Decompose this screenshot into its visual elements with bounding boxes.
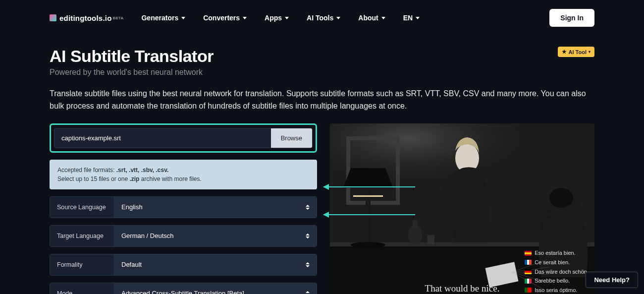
svg-point-14 — [549, 188, 573, 208]
help-button[interactable]: Need Help? — [586, 272, 638, 288]
flag-it-icon — [525, 279, 532, 284]
sort-icon — [306, 291, 310, 294]
page-subtitle: Powered by the world's best neural netwo… — [50, 68, 214, 77]
target-language-select[interactable]: German / Deutsch — [114, 226, 317, 246]
source-language-select[interactable]: English — [114, 197, 317, 218]
chevron-down-icon: ▾ — [589, 50, 590, 54]
description-text: Translate subtitle files using the best … — [50, 88, 594, 113]
logo[interactable]: editingtools.io BETA — [50, 14, 123, 22]
file-upload-area: Browse — [50, 123, 317, 153]
translations-overlay: Eso estaría bien. Ce serait bien. Das wä… — [525, 248, 589, 294]
sort-icon — [306, 262, 310, 267]
source-language-label: Source Language — [50, 197, 114, 218]
nav-aitools[interactable]: AI Tools — [307, 14, 340, 22]
file-input[interactable] — [54, 128, 271, 148]
arrow-annotation — [323, 214, 415, 215]
nav-generators[interactable]: Generators — [141, 14, 185, 22]
svg-point-6 — [351, 242, 385, 248]
sort-icon — [306, 234, 310, 238]
svg-point-8 — [408, 225, 422, 245]
nav-apps[interactable]: Apps — [265, 14, 289, 22]
chevron-down-icon — [243, 17, 247, 19]
caption-text: That would be nice. — [425, 283, 500, 294]
svg-rect-7 — [353, 195, 383, 197]
arrow-annotation — [323, 186, 415, 187]
chevron-down-icon — [416, 17, 420, 19]
chevron-down-icon — [381, 17, 385, 19]
ai-tool-badge[interactable]: ★ AI Tool ▾ — [558, 47, 594, 57]
nav-about[interactable]: About — [358, 14, 385, 22]
svg-rect-9 — [413, 220, 418, 228]
mode-select[interactable]: Advanced Cross-Subtitle Translation [Bet… — [114, 283, 317, 294]
nav-language[interactable]: EN — [403, 14, 420, 22]
chevron-down-icon — [336, 17, 340, 19]
target-language-label: Target Language — [50, 226, 114, 246]
flag-fr-icon — [525, 260, 532, 265]
logo-text: editingtools.io — [59, 14, 112, 22]
flag-pt-icon — [525, 288, 532, 293]
chevron-down-icon — [181, 17, 185, 19]
star-icon: ★ — [562, 49, 567, 55]
demo-image: That would be nice. Eso estaría bien. Ce… — [330, 123, 594, 294]
browse-button[interactable]: Browse — [271, 128, 312, 148]
chevron-down-icon — [285, 17, 289, 19]
logo-beta: BETA — [113, 16, 124, 20]
file-format-hint: Accepted file formats: .srt, .vtt, .sbv,… — [50, 160, 317, 189]
logo-icon — [50, 14, 56, 21]
flag-de-icon — [525, 269, 532, 274]
page-title: AI Subtitle Translator — [50, 47, 214, 66]
formality-label: Formality — [50, 254, 114, 275]
formality-select[interactable]: Default — [114, 254, 317, 275]
flag-es-icon — [525, 251, 532, 256]
nav-converters[interactable]: Converters — [203, 14, 247, 22]
mode-label: Mode — [50, 283, 114, 294]
sort-icon — [306, 205, 310, 210]
signin-button[interactable]: Sign In — [549, 9, 594, 27]
svg-rect-10 — [428, 235, 434, 244]
